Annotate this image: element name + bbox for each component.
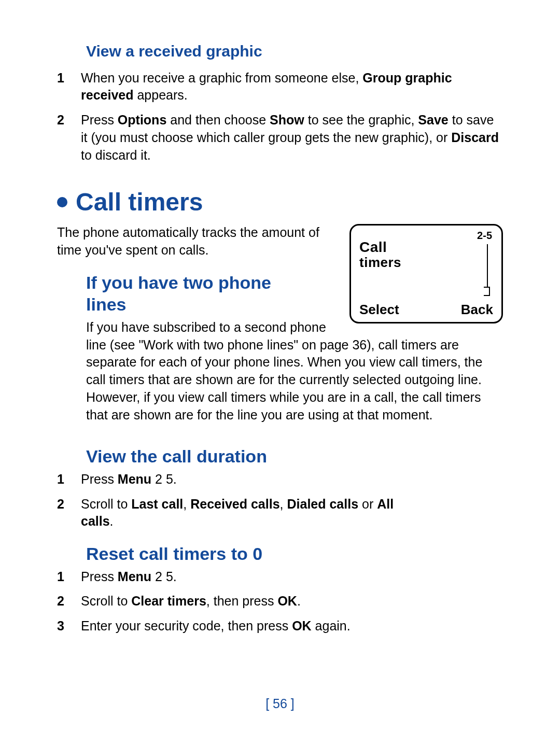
heading-view-call-duration: View the call duration: [86, 445, 503, 468]
step-item: 2 Press Options and then choose Show to …: [57, 111, 503, 164]
heading-call-timers: Call timers: [57, 190, 503, 215]
heading-two-phone-lines: If you have two phone lines: [86, 272, 314, 316]
softkey-select: Select: [359, 302, 399, 318]
step-number: 1: [57, 568, 81, 586]
scrollbar-thumb-icon: [484, 287, 490, 296]
step-number: 2: [57, 496, 81, 531]
heading-view-received-graphic: View a received graphic: [86, 41, 503, 61]
softkey-back: Back: [461, 302, 493, 318]
call-timers-block: 2-5 Call timers Select Back The phone au…: [57, 224, 503, 433]
heading-reset-call-timers: Reset call timers to 0: [86, 543, 503, 565]
step-item: 1 Press Menu 2 5.: [57, 471, 503, 488]
step-number: 1: [57, 69, 81, 105]
step-text: Scroll to Last call, Received calls, Dia…: [81, 496, 408, 531]
step-text: Press Options and then choose Show to se…: [81, 111, 503, 164]
step-item: 1 When you receive a graphic from someon…: [57, 69, 503, 105]
step-text: When you receive a graphic from someone …: [81, 69, 503, 105]
section-reset-call-timers: Reset call timers to 0 1 Press Menu 2 5.…: [57, 543, 503, 635]
step-text: Press Menu 2 5.: [81, 471, 503, 488]
page-number: [ 56 ]: [0, 696, 560, 711]
step-item: 1 Press Menu 2 5.: [57, 568, 503, 586]
step-number: 1: [57, 471, 81, 488]
screen-title-line1: Call: [359, 240, 387, 255]
step-item: 2 Scroll to Last call, Received calls, D…: [57, 496, 503, 531]
step-number: 2: [57, 593, 81, 610]
step-item: 2 Scroll to Clear timers, then press OK.: [57, 593, 503, 610]
two-phone-lines-body: If you have subscribed to a second phone…: [86, 319, 503, 424]
phone-screen-mockup: 2-5 Call timers Select Back: [349, 224, 503, 323]
step-text: Scroll to Clear timers, then press OK.: [81, 593, 503, 610]
section-view-received-graphic: View a received graphic 1 When you recei…: [57, 41, 503, 164]
step-text: Enter your security code, then press OK …: [81, 617, 503, 635]
bullet-icon: [57, 197, 67, 207]
screen-title-line2: timers: [359, 256, 401, 269]
step-item: 3 Enter your security code, then press O…: [57, 617, 503, 635]
screen-menu-index: 2-5: [477, 230, 492, 242]
section-view-call-duration: View the call duration 1 Press Menu 2 5.…: [57, 445, 503, 530]
step-number: 3: [57, 617, 81, 635]
step-number: 2: [57, 111, 81, 164]
step-text: Press Menu 2 5.: [81, 568, 503, 586]
